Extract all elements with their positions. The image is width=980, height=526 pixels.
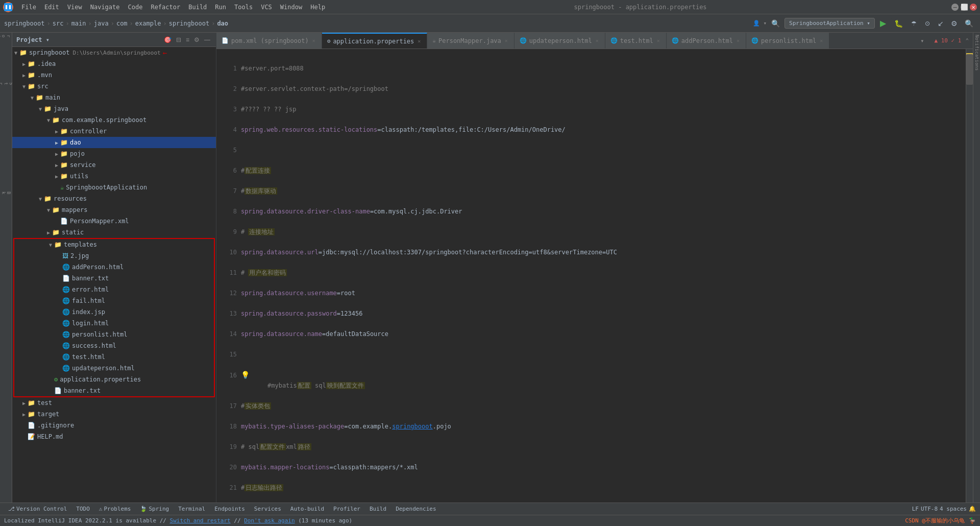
tree-service[interactable]: ▶ 📁 service (12, 159, 216, 171)
tab-addperson[interactable]: 🌐 addPerson.html ✕ (667, 33, 746, 49)
tree-personlist-html[interactable]: ▶ 🌐 personlist.html (14, 329, 214, 340)
panel-settings-button[interactable]: ⚙ (192, 36, 201, 44)
vcs-update-button[interactable]: ↙ (935, 18, 946, 29)
tree-pojo[interactable]: ▶ 📁 pojo (12, 148, 216, 159)
tree-target[interactable]: ▶ 📁 target (12, 409, 216, 420)
tree-mvn[interactable]: ▶ 📁 .mvn (12, 69, 216, 81)
profiler-button[interactable]: Profiler (329, 505, 364, 513)
switch-restart-link[interactable]: Switch and restart (170, 517, 231, 524)
minimize-button[interactable]: — (951, 4, 959, 11)
panel-options-button[interactable]: ≡ (184, 36, 191, 44)
panel-collapse-all-button[interactable]: ⊟ (175, 36, 183, 44)
tab-close-addperson[interactable]: ✕ (736, 37, 741, 44)
terminal-button[interactable]: Terminal (174, 505, 209, 513)
tree-test-html[interactable]: ▶ 🌐 test.html (14, 351, 214, 363)
breadcrumb-java[interactable]: java (94, 20, 109, 27)
run-config-selector[interactable]: SpringboootApplication ▾ (785, 18, 875, 29)
tree-index-jsp[interactable]: ▶ 🌐 index.jsp (14, 306, 214, 318)
tree-fail-html[interactable]: ▶ 🌐 fail.html (14, 295, 214, 306)
menu-window[interactable]: Window (276, 3, 306, 12)
menu-build[interactable]: Build (184, 3, 211, 12)
menu-vcs[interactable]: VCS (257, 3, 276, 12)
code-content[interactable]: 1#server.port=8088 2#server.servlet.cont… (216, 49, 966, 503)
breadcrumb-main[interactable]: main (71, 20, 86, 27)
tree-personmapper-xml[interactable]: ▶ 📄 PersonMapper.xml (12, 216, 216, 227)
tab-close-updateperson[interactable]: ✕ (595, 37, 600, 44)
version-control-button[interactable]: ⎇ Version Control (4, 505, 71, 513)
tab-personlist[interactable]: 🌐 personlist.html ✕ (746, 33, 829, 49)
tree-help-md[interactable]: ▶ 📝 HELP.md (12, 431, 216, 442)
tree-mappers[interactable]: ▼ 📁 mappers (12, 204, 216, 216)
breadcrumb-springbooot2[interactable]: springbooot (169, 20, 209, 27)
panel-locate-button[interactable]: 🎯 (162, 36, 173, 44)
bookmarks-icon[interactable]: Bk (1, 192, 11, 194)
auto-build-button[interactable]: Auto-build (286, 505, 328, 513)
breadcrumb-example[interactable]: example (135, 20, 161, 27)
tree-banner-txt2[interactable]: ▶ 📄 banner.txt (14, 385, 214, 396)
tab-close-person-mapper[interactable]: ✕ (504, 37, 509, 44)
tree-idea[interactable]: ▶ 📁 .idea (12, 58, 216, 69)
menu-code[interactable]: Code (124, 3, 147, 12)
tree-java[interactable]: ▼ 📁 java (12, 103, 216, 114)
panel-close-button[interactable]: — (203, 36, 212, 44)
breadcrumb-src[interactable]: src (53, 20, 64, 27)
maximize-button[interactable]: ⬜ (961, 4, 968, 11)
tab-close-application-properties[interactable]: ✕ (416, 38, 422, 44)
build-button[interactable]: Build (365, 505, 390, 513)
endpoints-button[interactable]: Endpoints (210, 505, 249, 513)
menu-tools[interactable]: Tools (230, 3, 257, 12)
debug-button[interactable]: 🐛 (891, 18, 906, 29)
dependencies-button[interactable]: Dependencies (391, 505, 440, 513)
close-button[interactable]: ✕ (970, 4, 977, 11)
tree-2jpg[interactable]: ▶ 🖼 2.jpg (14, 250, 214, 261)
tree-updateperson-html[interactable]: ▶ 🌐 updateperson.html (14, 363, 214, 374)
tree-com-example[interactable]: ▼ 📁 com.example.springbooot (12, 114, 216, 126)
menu-view[interactable]: View (63, 3, 86, 12)
search-button[interactable]: 🔍 (962, 18, 976, 29)
tree-gitignore[interactable]: ▶ 📄 .gitignore (12, 420, 216, 431)
tab-updateperson[interactable]: 🌐 updateperson.html ✕ (514, 33, 605, 49)
settings-button[interactable]: ⚙ (948, 18, 960, 29)
search-everywhere-button[interactable]: 🔍 (769, 18, 782, 29)
menu-help[interactable]: Help (306, 3, 329, 12)
tree-dao[interactable]: ▶ 📁 dao (12, 137, 216, 148)
tree-error-html[interactable]: ▶ 🌐 error.html (14, 284, 214, 295)
tree-test-folder[interactable]: ▶ 📁 test (12, 397, 216, 409)
tab-overflow-button[interactable]: ▾ (916, 33, 928, 49)
breadcrumb-com[interactable]: com (116, 20, 128, 27)
tab-application-properties[interactable]: ⚙ application.properties ✕ (322, 33, 428, 49)
editor-scrollbar[interactable] (966, 49, 973, 503)
run-button[interactable]: ▶ (877, 17, 889, 30)
services-button[interactable]: Services (250, 505, 285, 513)
breadcrumb-springbooot[interactable]: springbooot (4, 20, 44, 27)
problems-button[interactable]: ⚠ Problems (95, 505, 135, 513)
tab-close-pom-xml[interactable]: ✕ (311, 37, 316, 44)
breadcrumb-dao[interactable]: dao (217, 20, 228, 27)
todo-button[interactable]: TODO (72, 505, 94, 513)
spring-button[interactable]: 🍃 Spring (136, 505, 173, 513)
tree-utils[interactable]: ▶ 📁 utils (12, 171, 216, 182)
tree-root-springbooot[interactable]: ▼ 📁 springbooot D:\Users\Admin\springboo… (12, 47, 216, 58)
tree-success-html[interactable]: ▶ 🌐 success.html (14, 340, 214, 351)
menu-refactor[interactable]: Refactor (146, 3, 184, 12)
tree-main[interactable]: ▼ 📁 main (12, 92, 216, 103)
tab-test-html[interactable]: 🌐 test.html ✕ (605, 33, 667, 49)
dont-ask-link[interactable]: Don't ask again (244, 517, 295, 524)
menu-navigate[interactable]: Navigate (86, 3, 124, 12)
tab-pom-xml[interactable]: 📄 pom.xml (springbooot) ✕ (216, 33, 322, 49)
tree-static[interactable]: ▶ 📁 static (12, 227, 216, 238)
tree-springbooot-app[interactable]: ▶ ☕ SpringboootApplication (12, 182, 216, 193)
menu-edit[interactable]: Edit (40, 3, 63, 12)
menu-run[interactable]: Run (211, 3, 230, 12)
tab-close-personlist[interactable]: ✕ (819, 37, 824, 44)
structure-icon[interactable]: Str (0, 82, 14, 85)
notification-label[interactable]: Notifications (974, 35, 979, 70)
tree-application-properties[interactable]: ▶ ⚙ application.properties (14, 374, 214, 385)
tab-person-mapper-java[interactable]: ☕ PersonMapper.java ✕ (427, 33, 514, 49)
tree-resources[interactable]: ▼ 📁 resources (12, 193, 216, 204)
coverage-button[interactable]: ☂ (908, 18, 920, 29)
scrollbar-thumb[interactable] (966, 54, 973, 85)
tab-close-test[interactable]: ✕ (656, 37, 661, 44)
tree-login-html[interactable]: ▶ 🌐 login.html (14, 318, 214, 329)
menu-file[interactable]: File (17, 3, 40, 12)
